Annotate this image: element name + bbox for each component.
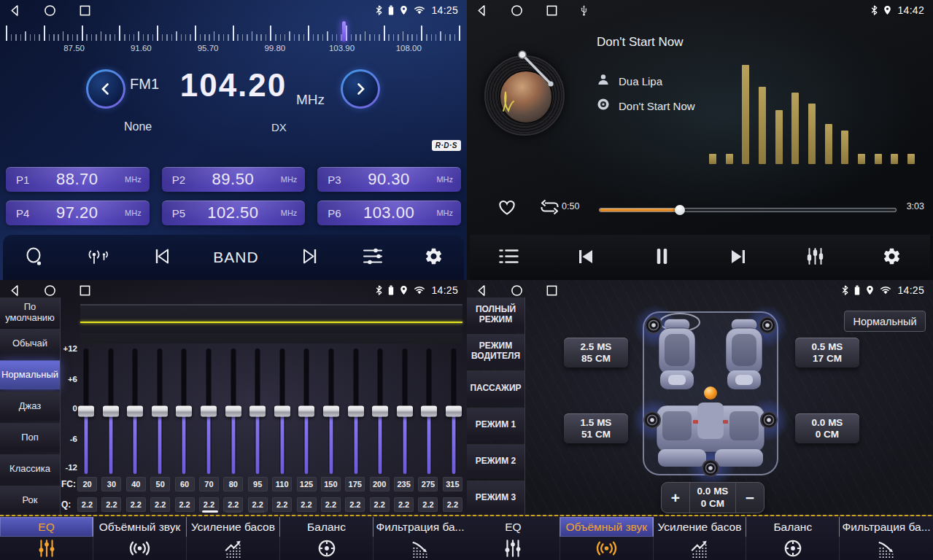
slider-knob[interactable] — [225, 406, 241, 417]
tab-surround-sound[interactable]: Объёмный звук — [93, 515, 187, 560]
rear-left-delay-button[interactable]: 1.5 MS 51 CM — [564, 413, 628, 443]
q-value[interactable]: 2.2 — [126, 497, 146, 512]
settings-button[interactable] — [417, 244, 451, 271]
previous-station-button[interactable] — [144, 244, 180, 271]
playlist-button[interactable] — [491, 244, 527, 271]
radio-preset-button-p1[interactable]: P188.70MHz — [6, 167, 150, 192]
q-value[interactable]: 2.2 — [150, 497, 170, 512]
front-right-delay-button[interactable]: 0.5 MS 17 CM — [795, 338, 859, 368]
equalizer-button[interactable] — [797, 244, 833, 271]
nav-recents-icon[interactable] — [546, 284, 558, 297]
q-value[interactable]: 2.2 — [223, 497, 243, 512]
eq-band-slider[interactable] — [175, 347, 193, 475]
eq-band-slider[interactable] — [225, 347, 242, 475]
radio-preset-button-p3[interactable]: P390.30MHz — [317, 167, 461, 192]
tune-down-button[interactable] — [86, 69, 125, 109]
rear-right-delay-button[interactable]: 0.0 MS 0 CM — [795, 413, 859, 443]
tab-balance[interactable]: Баланс — [746, 515, 840, 560]
slider-knob[interactable] — [127, 406, 143, 417]
slider-knob[interactable] — [201, 406, 217, 417]
radio-preset-button-p6[interactable]: P6103.00MHz — [317, 201, 461, 225]
fc-value[interactable]: 80 — [223, 477, 243, 491]
tab-surround-sound[interactable]: Объёмный звук — [560, 515, 654, 560]
fc-value[interactable]: 275 — [418, 477, 438, 491]
seek-bar[interactable] — [600, 205, 896, 215]
fc-value[interactable]: 60 — [175, 477, 195, 491]
seek-thumb[interactable] — [675, 205, 685, 215]
radio-preset-button-p5[interactable]: P5102.50MHz — [162, 201, 306, 225]
q-value[interactable]: 2.2 — [345, 497, 365, 512]
eq-band-slider[interactable] — [445, 347, 462, 475]
fc-value[interactable]: 150 — [321, 477, 341, 491]
fc-value[interactable]: 30 — [101, 477, 121, 491]
slider-knob[interactable] — [103, 406, 119, 417]
surround-mode-item[interactable]: РЕЖИМ 2 — [467, 444, 524, 478]
fc-value[interactable]: 20 — [77, 477, 97, 491]
tab-bass-boost[interactable]: Усиление басов — [654, 515, 747, 560]
eq-band-slider[interactable] — [322, 347, 340, 475]
eq-preset-item[interactable]: По умолчанию — [0, 298, 60, 327]
tab-subwoofer-filter[interactable]: Фильтрация ба... — [840, 515, 933, 560]
eq-band-slider[interactable] — [420, 347, 438, 475]
nav-recents-icon[interactable] — [79, 284, 91, 297]
nav-home-icon[interactable] — [44, 284, 56, 297]
band-button[interactable]: BAND — [206, 246, 266, 269]
previous-track-button[interactable] — [568, 244, 603, 271]
eq-preset-item[interactable]: Поп — [0, 423, 60, 452]
eq-band-slider[interactable] — [249, 347, 266, 475]
slider-knob[interactable] — [274, 406, 290, 417]
eq-band-slider[interactable] — [347, 347, 365, 475]
nav-recents-icon[interactable] — [546, 4, 558, 17]
surround-mode-item[interactable]: ПОЛНЫЙ РЕЖИМ — [467, 298, 524, 332]
fc-value[interactable]: 235 — [394, 477, 414, 491]
front-left-delay-button[interactable]: 2.5 MS 85 CM — [564, 338, 628, 368]
decrease-delay-button[interactable]: − — [736, 483, 764, 513]
eq-band-slider[interactable] — [396, 347, 414, 475]
q-value[interactable]: 2.2 — [77, 497, 97, 512]
slider-knob[interactable] — [446, 406, 462, 417]
album-art[interactable] — [484, 55, 565, 136]
listening-position-ball[interactable] — [704, 386, 717, 400]
eq-band-slider[interactable] — [200, 347, 217, 475]
fc-value[interactable]: 40 — [126, 477, 146, 491]
radio-preset-button-p4[interactable]: P497.20MHz — [6, 201, 150, 225]
fc-value[interactable]: 125 — [297, 477, 317, 491]
tab-balance[interactable]: Баланс — [280, 515, 373, 560]
fc-value[interactable]: 95 — [248, 477, 268, 491]
eq-band-slider[interactable] — [371, 347, 389, 475]
q-value[interactable]: 2.2 — [394, 497, 414, 512]
eq-band-slider[interactable] — [151, 347, 169, 475]
q-value[interactable]: 2.2 — [101, 497, 121, 512]
slider-knob[interactable] — [152, 406, 168, 417]
q-value[interactable]: 2.2 — [272, 497, 292, 512]
frequency-indicator[interactable] — [342, 21, 346, 42]
q-value[interactable]: 2.2 — [297, 497, 317, 512]
nav-back-icon[interactable] — [476, 4, 488, 17]
nav-home-icon[interactable] — [44, 4, 56, 17]
nav-home-icon[interactable] — [511, 284, 523, 297]
fc-value[interactable]: 70 — [199, 477, 219, 491]
slider-knob[interactable] — [78, 406, 94, 417]
eq-band-slider[interactable] — [126, 347, 144, 475]
tab-eq[interactable]: EQ — [467, 515, 560, 560]
nav-home-icon[interactable] — [511, 4, 523, 17]
slider-knob[interactable] — [323, 406, 339, 417]
eq-band-slider[interactable] — [102, 347, 120, 475]
nav-back-icon[interactable] — [476, 284, 488, 297]
next-track-button[interactable] — [721, 244, 756, 271]
nav-back-icon[interactable] — [9, 284, 21, 297]
tab-bass-boost[interactable]: Усиление басов — [187, 515, 280, 560]
eq-band-slider[interactable] — [77, 347, 95, 475]
nav-recents-icon[interactable] — [79, 4, 91, 17]
tab-eq[interactable]: EQ — [0, 515, 93, 560]
tune-up-button[interactable] — [341, 69, 380, 109]
slider-knob[interactable] — [372, 406, 388, 417]
fc-value[interactable]: 110 — [272, 477, 292, 491]
slider-knob[interactable] — [176, 406, 192, 417]
fc-value[interactable]: 315 — [443, 477, 462, 491]
eq-band-slider[interactable] — [274, 347, 291, 475]
q-value[interactable]: 2.2 — [248, 497, 268, 512]
q-value[interactable]: 2.2 — [199, 497, 219, 512]
frequency-ruler[interactable]: 87.5091.6095.7099.80103.90108.00 — [6, 23, 461, 58]
slider-knob[interactable] — [397, 406, 413, 417]
